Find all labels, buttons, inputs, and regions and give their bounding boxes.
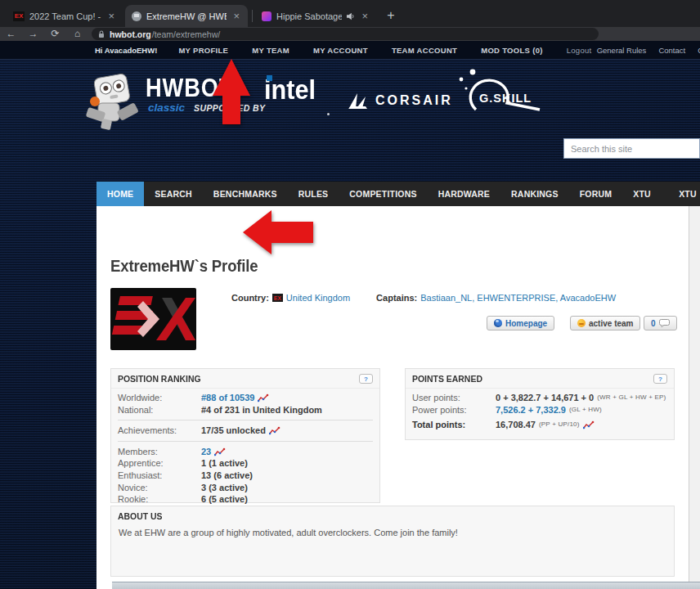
total-points-label: Total points: (412, 419, 496, 431)
site-search-input[interactable] (563, 138, 700, 159)
tab-home[interactable]: HOME (96, 182, 144, 206)
browser-tab-extremehw[interactable]: ExtremeHW @ HWBOT × (125, 5, 248, 27)
corsair-logo[interactable]: CORSAIR (348, 92, 453, 110)
captains-links[interactable]: Bastiaan_NL, EHWENTERPRISE, AvacadoEHW (420, 293, 616, 303)
nav-general-rules[interactable]: General Rules (597, 46, 647, 55)
enthusiast-row: Enthusiast: 13 (6 active) (118, 470, 373, 482)
tab-benchmarks[interactable]: BENCHMARKS (203, 182, 288, 206)
hwbot-logo-text[interactable]: HWBOT (146, 74, 233, 103)
comments-button[interactable]: 0 (644, 316, 677, 330)
about-us-panel: ABOUT US We at EHW are a group of highly… (110, 506, 675, 577)
homepage-button[interactable]: Homepage (487, 316, 554, 330)
apprentice-value: 1 (1 active) (201, 457, 248, 470)
tab-close-icon[interactable]: × (106, 10, 116, 22)
intel-logo-dot-icon (267, 75, 272, 81)
tab-search[interactable]: SEARCH (144, 182, 203, 206)
enthusiast-value: 13 (6 active) (201, 470, 253, 482)
rookie-label: Rookie: (118, 493, 201, 506)
smiley-icon (577, 319, 586, 327)
help-icon[interactable]: ? (653, 374, 667, 384)
nav-contact[interactable]: Contact (658, 46, 685, 55)
utility-nav: Hi AvacadoEHW! MY PROFILE MY TEAM MY ACC… (0, 41, 700, 60)
about-us-text: We at EHW are a group of highly motivate… (111, 523, 674, 542)
apprentice-label: Apprentice: (118, 457, 201, 470)
stats-chart-icon[interactable] (269, 426, 280, 435)
stats-chart-icon[interactable] (214, 447, 226, 456)
home-icon[interactable]: ⌂ (66, 27, 88, 41)
tab-title: ExtremeHW @ HWBOT (146, 11, 227, 21)
page-right-gutter (689, 206, 700, 589)
screenshot-root: EX 2022 Team Cup! - Page 11 - HWB × Extr… (0, 0, 700, 589)
user-greeting: Hi AvacadoEHW! (95, 46, 157, 55)
url-domain: hwbot.org (110, 29, 151, 39)
members-count-link[interactable]: 23 (201, 446, 211, 458)
comments-count: 0 (651, 319, 656, 328)
supported-by-label: SUPPORTED BY (194, 103, 265, 113)
browser-toolbar: ← → ⟳ ⌂ hwbot.org /team/extremehw/ (0, 27, 700, 41)
address-bar[interactable]: hwbot.org /team/extremehw/ (92, 28, 599, 40)
nav-my-account[interactable]: MY ACCOUNT (313, 46, 368, 55)
back-icon[interactable]: ← (0, 27, 22, 41)
national-rank-value: #4 of 231 in United Kingdom (201, 404, 322, 416)
rookie-row: Rookie: 6 (5 active) (118, 493, 373, 506)
total-points-row: Total points: 16,708.47 (PP + UP/10) (412, 419, 667, 431)
divider (118, 420, 373, 420)
refresh-icon[interactable]: ⟳ (44, 27, 66, 41)
tab-separator (252, 10, 253, 22)
lock-icon (98, 30, 105, 38)
corsair-logo-text: CORSAIR (375, 93, 453, 108)
tab-competitions[interactable]: COMPETITIONS (339, 182, 427, 206)
user-points-value: 0 + 3,822.7 + 14,671 + 0 (496, 392, 594, 404)
browser-tab-teamcup[interactable]: EX 2022 Team Cup! - Page 11 - HWB × (7, 5, 123, 27)
nav-logout[interactable]: Logout (567, 46, 592, 55)
worldwide-rank-link[interactable]: #88 of 10539 (201, 392, 254, 404)
country-link[interactable]: United Kingdom (286, 293, 350, 303)
user-points-label: User points: (412, 392, 496, 404)
tab-forum[interactable]: FORUM (569, 182, 623, 206)
team-logo-image[interactable] (110, 288, 196, 350)
points-earned-panel: POINTS EARNED ? User points: 0 + 3,822.7… (405, 368, 675, 440)
total-points-suffix: (PP + UP/10) (539, 419, 580, 431)
tab-close-icon[interactable]: × (360, 10, 370, 22)
achievements-row: Achievements: 17/35 unlocked (118, 425, 373, 437)
total-points-value: 16,708.47 (496, 419, 536, 431)
tab-title: Hippie Sabotage Radio - No (276, 11, 342, 21)
nav-mod-tools[interactable]: MOD TOOLS (0) (481, 46, 543, 55)
enthusiast-label: Enthusiast: (118, 470, 201, 482)
stats-chart-icon[interactable] (583, 420, 595, 429)
tab-rules[interactable]: RULES (288, 182, 339, 206)
tab-title: 2022 Team Cup! - Page 11 - HWB (29, 11, 101, 21)
members-label: Members: (118, 446, 201, 458)
power-points-label: Power points: (412, 404, 496, 416)
national-row: National: #4 of 231 in United Kingdom (118, 404, 373, 416)
stats-chart-icon[interactable] (258, 393, 269, 402)
help-icon[interactable]: ? (359, 374, 373, 384)
gskill-logo[interactable]: G.SKILL (448, 67, 546, 118)
active-team-button[interactable]: active team (570, 316, 640, 330)
achievements-value: 17/35 unlocked (201, 425, 266, 437)
tab-rankings[interactable]: RANKINGS (500, 182, 569, 206)
browser-tab-radio[interactable]: Hippie Sabotage Radio - No × (255, 5, 376, 27)
content-area: ExtremeHW`s Profile Country: (96, 206, 689, 589)
novice-row: Novice: 3 (3 active) (118, 482, 373, 494)
tab-xtu2-zone[interactable]: XTU 2 ZONE (668, 182, 700, 206)
extremehw-ex-logo-icon (110, 288, 196, 350)
team-meta-line: Country: EX United Kingdom Captains: Bas… (231, 293, 616, 303)
new-tab-button[interactable]: + (381, 6, 401, 25)
power-points-value-link[interactable]: 7,526.2 + 7,332.9 (496, 404, 566, 416)
forward-icon[interactable]: → (22, 27, 44, 41)
gskill-logo-text: G.SKILL (479, 92, 532, 105)
tab-xtu-zone[interactable]: XTU ZONE (622, 182, 668, 206)
apprentice-row: Apprentice: 1 (1 active) (118, 457, 373, 470)
tab-close-icon[interactable]: × (231, 10, 241, 22)
homepage-button-label: Homepage (505, 319, 547, 328)
nav-team-account[interactable]: TEAM ACCOUNT (392, 46, 457, 55)
divider (118, 441, 373, 442)
site-body: Hi AvacadoEHW! MY PROFILE MY TEAM MY ACC… (0, 41, 700, 589)
worldwide-label: Worldwide: (118, 392, 201, 404)
tab-hardware[interactable]: HARDWARE (428, 182, 500, 206)
nav-my-team[interactable]: MY TEAM (252, 46, 289, 55)
active-team-button-label: active team (589, 319, 633, 328)
nav-my-profile[interactable]: MY PROFILE (178, 46, 228, 55)
achievements-label: Achievements: (118, 425, 201, 437)
